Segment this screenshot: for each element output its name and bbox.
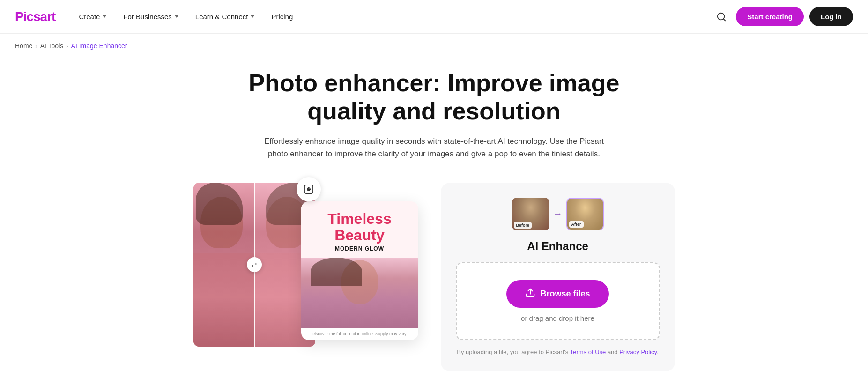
upload-panel: Before → After AI Enhance Browse files	[441, 183, 675, 372]
browse-files-button[interactable]: Browse files	[506, 280, 608, 308]
overlay-subtitle: MODERN GLOW	[311, 245, 409, 252]
overlay-title-line2: Beauty	[334, 227, 385, 244]
upload-panel-title: AI Enhance	[527, 240, 588, 253]
breadcrumb-sep-2: ›	[66, 43, 68, 50]
logo[interactable]: Picsart	[15, 9, 55, 24]
nav-learn-connect[interactable]: Learn & Connect	[189, 9, 261, 24]
after-label: After	[569, 221, 584, 228]
compare-handle[interactable]: ⇄	[247, 257, 262, 272]
upload-icon	[525, 288, 535, 300]
breadcrumb: Home › AI Tools › AI Image Enhancer	[0, 34, 868, 54]
enhance-icon-badge	[297, 177, 321, 201]
hero-section: Photo enhancer: Improve image quality an…	[0, 54, 868, 160]
navbar: Picsart Create For Businesses Learn & Co…	[0, 0, 868, 34]
tos-prefix: By uploading a file, you agree to Picsar…	[457, 348, 570, 355]
nav-learn-chevron	[251, 15, 254, 18]
svg-line-1	[724, 19, 726, 21]
overlay-title-line1: Timeless	[327, 210, 391, 227]
privacy-link[interactable]: Privacy Policy	[619, 348, 657, 355]
enhance-icon	[303, 184, 314, 195]
nav-learn-connect-label: Learn & Connect	[195, 13, 248, 21]
breadcrumb-ai-tools[interactable]: AI Tools	[40, 42, 64, 50]
nav-for-businesses[interactable]: For Businesses	[117, 9, 185, 24]
hero-subtitle: Effortlessly enhance image quality in se…	[256, 135, 612, 160]
nav-links: Create For Businesses Learn & Connect Pr…	[72, 9, 712, 24]
nav-businesses-chevron	[175, 15, 178, 18]
upload-arrow-icon	[525, 288, 535, 298]
overlay-card: Timeless Beauty MODERN GLOW Discover the…	[301, 201, 418, 340]
drop-zone[interactable]: Browse files or drag and drop it here	[456, 262, 660, 340]
hero-title: Photo enhancer: Improve image quality an…	[223, 69, 645, 126]
nav-create-label: Create	[79, 13, 100, 21]
nav-create[interactable]: Create	[72, 9, 113, 24]
drag-drop-text: or drag and drop it here	[521, 314, 594, 322]
overlay-card-top: Timeless Beauty MODERN GLOW	[301, 201, 418, 258]
tos-middle: and	[606, 348, 619, 355]
breadcrumb-current: AI Image Enhancer	[71, 42, 127, 50]
search-icon	[716, 12, 727, 22]
tos-text: By uploading a file, you agree to Picsar…	[457, 348, 659, 357]
overlay-title: Timeless Beauty	[311, 211, 409, 244]
before-after-arrow: →	[553, 208, 563, 219]
before-label: Before	[514, 222, 532, 229]
demo-area: ⇄ Timeless Beauty MODERN GLOW	[193, 183, 418, 348]
nav-pricing[interactable]: Pricing	[265, 9, 299, 24]
content-row: ⇄ Timeless Beauty MODERN GLOW	[106, 183, 762, 385]
breadcrumb-home[interactable]: Home	[15, 42, 32, 50]
woman-photo	[301, 258, 418, 328]
breadcrumb-sep-1: ›	[35, 43, 37, 50]
nav-right: Start creating Log in	[712, 7, 853, 26]
login-button[interactable]: Log in	[809, 7, 853, 26]
before-thumbnail: Before	[512, 198, 549, 230]
nav-for-businesses-label: For Businesses	[123, 13, 171, 21]
browse-files-label: Browse files	[540, 289, 590, 299]
overlay-footer: Discover the full collection online. Sup…	[301, 328, 418, 340]
start-creating-button[interactable]: Start creating	[736, 7, 804, 26]
after-thumbnail: After	[566, 198, 604, 230]
terms-link[interactable]: Terms of Use	[570, 348, 606, 355]
search-button[interactable]	[712, 8, 730, 26]
before-after-row: Before → After	[512, 198, 604, 230]
person-before	[193, 183, 254, 347]
nav-create-chevron	[103, 15, 106, 18]
tos-suffix: .	[657, 348, 659, 355]
nav-pricing-label: Pricing	[271, 13, 293, 21]
